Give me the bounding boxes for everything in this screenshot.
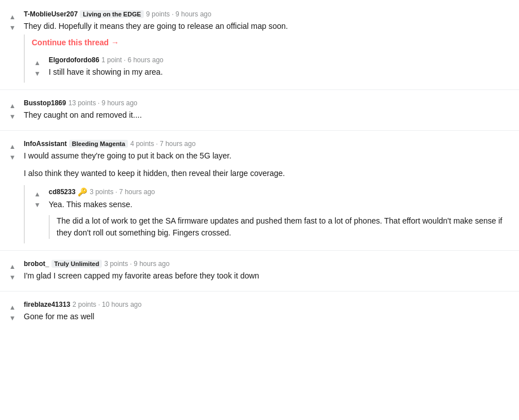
- username: brobot_: [24, 260, 49, 268]
- upvote-icon: [9, 142, 16, 151]
- comment-header: fireblaze41313 2 points · 10 hours ago: [24, 301, 512, 308]
- vote-column: [7, 140, 18, 243]
- username: T-MoblieUser207: [24, 10, 78, 18]
- comment-item: cd85233 🔑 3 points · 7 hours ago Yea. Th…: [32, 185, 512, 243]
- vote-column: [32, 187, 43, 241]
- divider: [0, 130, 519, 131]
- comment-meta: 9 points · 9 hours ago: [146, 10, 211, 18]
- comment-text: I would assume they're going to put it b…: [24, 150, 512, 179]
- username: cd85233: [49, 188, 75, 196]
- comment-meta: 2 points · 10 hours ago: [72, 301, 141, 308]
- comment-header: cd85233 🔑 3 points · 7 hours ago: [49, 187, 512, 196]
- comment-body: fireblaze41313 2 points · 10 hours ago G…: [24, 301, 512, 325]
- downvote-button[interactable]: [8, 22, 17, 33]
- comment-meta: 1 point · 6 hours ago: [101, 56, 163, 64]
- comment-header: Busstop1869 13 points · 9 hours ago: [24, 99, 512, 107]
- comment-meta: 13 points · 9 hours ago: [68, 99, 138, 107]
- vote-column: [7, 260, 18, 284]
- comment-header: InfoAssistant Bleeding Magenta 4 points …: [24, 140, 512, 148]
- continue-thread-arrow: →: [111, 38, 119, 47]
- downvote-button[interactable]: [8, 272, 17, 282]
- upvote-icon: [34, 58, 41, 67]
- downvote-icon: [34, 200, 41, 209]
- comment-item: Elgordofordo86 1 point · 6 hours ago I s…: [32, 54, 512, 83]
- continue-thread-link[interactable]: Continue this thread →: [32, 38, 119, 47]
- downvote-icon: [9, 23, 16, 32]
- upvote-icon: [34, 190, 41, 198]
- comment-item: fireblaze41313 2 points · 10 hours ago G…: [0, 296, 519, 329]
- upvote-icon: [9, 262, 16, 271]
- user-flair: Truly Unlimited: [52, 260, 102, 268]
- downvote-button[interactable]: [33, 68, 42, 79]
- upvote-button[interactable]: [33, 57, 42, 68]
- vote-column: [7, 10, 18, 83]
- downvote-icon: [34, 69, 41, 78]
- downvote-icon: [9, 314, 16, 322]
- upvote-icon: [9, 303, 16, 311]
- comment-body: T-MoblieUser207 Living on the EDGE 9 poi…: [24, 10, 512, 83]
- username: Elgordofordo86: [49, 56, 99, 64]
- username: fireblaze41313: [24, 301, 70, 308]
- nested-comment: Elgordofordo86 1 point · 6 hours ago I s…: [32, 54, 512, 83]
- user-flair: Bleeding Magenta: [69, 140, 128, 148]
- vote-column: [7, 99, 18, 123]
- comment-meta: 4 points · 7 hours ago: [130, 140, 195, 148]
- comment-item: Busstop1869 13 points · 9 hours ago They…: [0, 95, 519, 128]
- comment-text: I'm glad I screen capped my favorite are…: [24, 270, 512, 282]
- comment-body: InfoAssistant Bleeding Magenta 4 points …: [24, 140, 512, 243]
- downvote-button[interactable]: [8, 111, 17, 122]
- downvote-button[interactable]: [8, 152, 17, 162]
- vote-column: [32, 56, 43, 80]
- comment-text: They caught on and removed it....: [24, 109, 512, 121]
- upvote-button[interactable]: [8, 100, 17, 111]
- username: Busstop1869: [24, 99, 66, 107]
- upvote-button[interactable]: [33, 188, 42, 199]
- comment-meta: 3 points · 7 hours ago: [89, 188, 155, 196]
- user-flair: Living on the EDGE: [80, 10, 144, 18]
- comment-text: Yea. This makes sense.: [49, 199, 512, 211]
- comment-text: I still have it showing in my area.: [49, 66, 512, 78]
- comment-header: T-MoblieUser207 Living on the EDGE 9 poi…: [24, 10, 512, 18]
- downvote-icon: [9, 153, 16, 161]
- comment-body: Elgordofordo86 1 point · 6 hours ago I s…: [49, 56, 512, 80]
- continue-thread-text: Continue this thread: [32, 38, 109, 47]
- comment-header: Elgordofordo86 1 point · 6 hours ago: [49, 56, 512, 64]
- comment-thread: T-MoblieUser207 Living on the EDGE 9 poi…: [0, 0, 519, 335]
- comment-text: Gone for me as well: [24, 311, 512, 323]
- comment-body: cd85233 🔑 3 points · 7 hours ago Yea. Th…: [49, 187, 512, 241]
- upvote-button[interactable]: [8, 261, 17, 272]
- nested-comment-body: The did a lot of work to get the SA firm…: [49, 215, 512, 239]
- divider: [0, 89, 519, 90]
- upvote-icon: [9, 101, 16, 110]
- downvote-icon: [9, 112, 16, 121]
- comment-item: brobot_ Truly Unlimited 3 points · 9 hou…: [0, 255, 519, 289]
- comment-body: Busstop1869 13 points · 9 hours ago They…: [24, 99, 512, 123]
- upvote-icon: [9, 12, 16, 21]
- comment-meta: 3 points · 9 hours ago: [104, 260, 169, 268]
- comment-header: brobot_ Truly Unlimited 3 points · 9 hou…: [24, 260, 512, 268]
- downvote-button[interactable]: [33, 199, 42, 210]
- upvote-button[interactable]: [8, 11, 17, 22]
- vote-column: [7, 301, 18, 325]
- comment-text: The did a lot of work to get the SA firm…: [57, 215, 512, 239]
- divider: [0, 291, 519, 292]
- comment-text: They did. Hopefully it means they are go…: [24, 20, 512, 32]
- nested-comment: cd85233 🔑 3 points · 7 hours ago Yea. Th…: [24, 185, 512, 243]
- downvote-button[interactable]: [8, 312, 17, 323]
- upvote-button[interactable]: [8, 141, 17, 152]
- downvote-icon: [9, 273, 16, 281]
- comment-item: InfoAssistant Bleeding Magenta 4 points …: [0, 135, 519, 248]
- divider: [0, 250, 519, 251]
- username: InfoAssistant: [24, 140, 67, 148]
- comment-body: brobot_ Truly Unlimited 3 points · 9 hou…: [24, 260, 512, 284]
- upvote-button[interactable]: [8, 302, 17, 312]
- comment-item: T-MoblieUser207 Living on the EDGE 9 poi…: [0, 6, 519, 87]
- key-icon: 🔑: [78, 187, 87, 196]
